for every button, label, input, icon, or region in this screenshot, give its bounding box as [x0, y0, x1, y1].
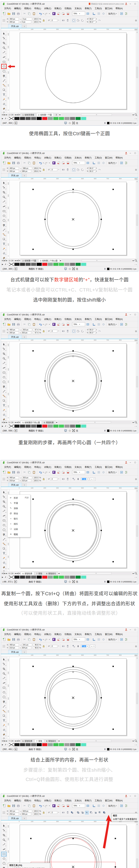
end-angle-field[interactable]: 90.0 °	[89, 170, 96, 173]
color-swatch[interactable]	[42, 576, 48, 579]
artistic-media-tool[interactable]	[1, 847, 7, 851]
print-icon[interactable]	[16, 161, 20, 165]
scale-x-field[interactable]: 100.0	[33, 810, 39, 812]
no-color-swatch[interactable]	[9, 576, 14, 579]
app-launcher-icon[interactable]	[52, 161, 56, 165]
transparency-tool[interactable]	[1, 551, 7, 556]
page-tab[interactable]: 3	[54, 113, 59, 116]
new-document-icon[interactable]	[2, 470, 6, 474]
show-grid-icon[interactable]	[97, 804, 101, 808]
pick-tool[interactable]	[1, 824, 7, 828]
freehand-tool[interactable]	[1, 361, 7, 365]
palette-eyedropper-icon[interactable]	[4, 425, 7, 427]
options-icon[interactable]	[119, 12, 123, 16]
transparency-tool[interactable]	[1, 92, 7, 97]
menu-view[interactable]: 视图(V)	[23, 317, 33, 320]
simplify-button[interactable]	[89, 811, 93, 814]
redo-icon[interactable]	[44, 161, 48, 165]
last-page-icon[interactable]: ▶	[17, 114, 19, 116]
zoom-level-select[interactable]: 78%▾	[72, 322, 85, 326]
import-icon[interactable]	[57, 161, 61, 165]
zoom-tool[interactable]	[1, 45, 7, 50]
paste-icon[interactable]	[32, 12, 36, 16]
document-tab[interactable]: 开关.cdr	[8, 335, 22, 339]
drawing-canvas[interactable]	[9, 657, 138, 739]
menu-table[interactable]: 表格(T)	[83, 156, 93, 159]
connector-tool[interactable]	[1, 394, 7, 398]
undo-icon[interactable]	[38, 322, 42, 327]
arc-mode-button[interactable]	[81, 168, 84, 172]
mirror-horizontal-button[interactable]	[62, 477, 65, 481]
paste-icon[interactable]	[32, 161, 36, 165]
scroll-up-icon[interactable]: ▲	[136, 31, 138, 33]
redo-dropdown-icon[interactable]: ▾	[49, 805, 50, 807]
undo-icon[interactable]	[38, 804, 42, 808]
export-icon[interactable]	[61, 470, 65, 474]
y-position-field[interactable]: 300 px	[9, 170, 19, 173]
fullscreen-preview-icon[interactable]	[86, 161, 90, 165]
spinner-icon[interactable]: ▴▾	[96, 329, 96, 331]
menu-effects[interactable]: 效果(C)	[53, 156, 63, 159]
docker-icon[interactable]	[124, 12, 128, 16]
mirror-vertical-button[interactable]	[66, 645, 70, 648]
connector-tool[interactable]	[1, 709, 7, 713]
scrollbar-thumb[interactable]	[136, 215, 138, 226]
palette-scroll-right-icon[interactable]: › »	[135, 425, 138, 427]
pick-tool[interactable]	[1, 181, 7, 185]
customize-propbar-icon[interactable]: ⊕	[135, 477, 137, 481]
page-tab[interactable]: 2: 绘制第一个圆	[36, 113, 54, 117]
pick-tool[interactable]	[1, 490, 7, 495]
line-style-select[interactable]: —▾	[90, 645, 95, 648]
color-swatch[interactable]	[70, 743, 75, 746]
page-tab[interactable]: 8: 按钮高光	[45, 739, 58, 743]
menu-layout[interactable]: 布局(L)	[33, 799, 43, 802]
palette-scroll-right-icon[interactable]: › »	[135, 264, 138, 266]
new-document-icon[interactable]	[2, 804, 6, 808]
show-rulers-icon[interactable]	[92, 161, 96, 165]
hscroll-thumb[interactable]: III	[82, 259, 112, 261]
next-page-icon[interactable]: ▶	[15, 422, 16, 423]
minimize-button[interactable]: –	[129, 2, 132, 5]
menu-edit[interactable]: 编辑(E)	[12, 317, 23, 320]
line-style-select[interactable]: —▾	[90, 477, 95, 481]
freehand-tool[interactable]	[1, 676, 7, 681]
y-position-field[interactable]: 319 px	[9, 647, 19, 649]
text-tool[interactable]: 字	[1, 866, 7, 868]
start-angle-field[interactable]: 90.0 °	[89, 18, 96, 20]
redo-icon[interactable]	[44, 322, 48, 327]
color-swatch[interactable]	[53, 743, 59, 746]
menu-tools[interactable]: 工具(O)	[93, 156, 103, 159]
redo-dropdown-icon[interactable]: ▾	[49, 162, 50, 164]
status-flyout-button[interactable]: ▶	[15, 429, 17, 432]
ellipse-tool[interactable]	[1, 64, 7, 69]
freehand-tool[interactable]	[1, 842, 7, 847]
show-rulers-icon[interactable]	[92, 322, 96, 327]
hscroll-thumb[interactable]: III	[81, 114, 112, 116]
menu-edit[interactable]: 编辑(E)	[12, 465, 23, 468]
pdf-icon[interactable]	[66, 638, 70, 642]
menu-text[interactable]: 文本(X)	[73, 317, 83, 320]
crop-tool[interactable]	[1, 190, 7, 195]
back-minus-front-button[interactable]	[98, 811, 102, 814]
menu-tools[interactable]: 工具(O)	[93, 7, 103, 10]
hscroll-thumb[interactable]: III	[79, 421, 111, 423]
export-icon[interactable]	[61, 804, 65, 808]
show-rulers-icon[interactable]	[92, 804, 96, 808]
palette-scroll-left-icon[interactable]: ‹	[7, 576, 8, 578]
menu-file[interactable]: 文件(F)	[3, 632, 12, 636]
zoom-tool[interactable]	[1, 837, 7, 842]
snap-to-button[interactable]: 贴齐(T)▾	[108, 804, 117, 807]
next-page-icon[interactable]: ▶	[15, 114, 16, 116]
color-swatch[interactable]	[25, 117, 31, 120]
canvas-area[interactable]: ▲	[9, 823, 138, 868]
menu-view[interactable]: 视图(V)	[23, 7, 33, 10]
open-icon[interactable]	[7, 161, 11, 165]
scale-y-field[interactable]: 100.0	[33, 479, 39, 482]
copy-icon[interactable]	[27, 804, 31, 808]
x-position-field[interactable]: 400 px	[9, 476, 19, 479]
save-icon[interactable]	[12, 161, 16, 165]
no-color-swatch[interactable]	[9, 262, 14, 266]
menu-table[interactable]: 表格(T)	[83, 632, 93, 636]
last-page-icon[interactable]: ▶	[17, 572, 19, 574]
zoom-tool[interactable]	[1, 195, 7, 199]
